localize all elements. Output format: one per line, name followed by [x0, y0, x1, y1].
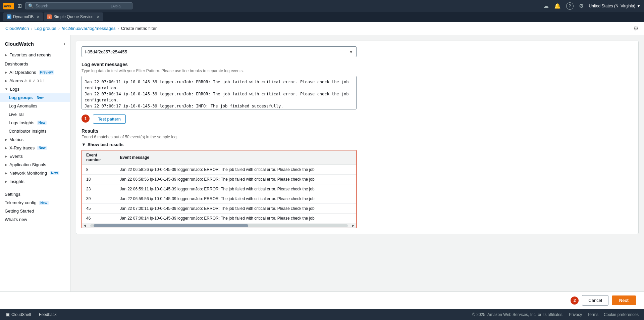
table-row: 39 Jan 22 06:59:56 ip-10-0-145-39 logger…: [82, 194, 356, 204]
chevron-right-icon-insights: ▶: [5, 180, 7, 183]
event-msg-cell: Jan 22 06:58:26 ip-10-0-145-39 logger.ru…: [116, 165, 356, 175]
sidebar-item-logs-insights[interactable]: Logs Insights New: [0, 119, 70, 127]
region-selector[interactable]: United States (N. Virginia) ▼: [589, 4, 641, 8]
sidebar-collapse-button[interactable]: ‹: [64, 41, 65, 47]
terminal-icon: ▣: [5, 312, 10, 317]
table-row: 23 Jan 22 06:59:11 ip-10-0-145-39 logger…: [82, 184, 356, 194]
breadcrumb-logpath[interactable]: /ec2/linux/var/log/messages: [62, 26, 115, 31]
horizontal-scrollbar[interactable]: ◀ ▶: [82, 223, 356, 228]
sidebar-item-favorites[interactable]: ▶ Favorites and recents: [0, 51, 70, 59]
sidebar-item-events[interactable]: ▶ Events: [0, 152, 70, 161]
results-title: Results: [82, 128, 633, 134]
settings-icon[interactable]: ⚙: [579, 3, 584, 9]
cancel-button[interactable]: Cancel: [582, 295, 608, 306]
sidebar-item-logs[interactable]: ▼ Logs: [0, 85, 70, 93]
help-icon[interactable]: ?: [566, 2, 574, 10]
breadcrumb-loggroups[interactable]: Log groups: [35, 26, 56, 31]
chevron-right-icon: ▶: [5, 53, 7, 57]
col-event-number: Event number: [82, 150, 116, 165]
sidebar-item-xray[interactable]: ▶ X-Ray traces New: [0, 144, 70, 152]
bell-icon[interactable]: 🔔: [554, 3, 561, 9]
sidebar-divider: [0, 188, 70, 188]
sidebar-item-log-groups[interactable]: Log groups New: [0, 93, 70, 102]
service-tab-sqs[interactable]: S Simple Queue Service ✕: [44, 12, 103, 21]
results-table-wrapper: Event number Event message 8 Jan 22 06:5…: [82, 150, 357, 228]
event-num-cell: 23: [82, 184, 116, 194]
sidebar-item-live-tail[interactable]: Live Tail: [0, 110, 70, 119]
feedback-button[interactable]: Feedback: [39, 312, 57, 317]
footer-terms[interactable]: Terms: [587, 312, 598, 317]
sidebar-item-telemetry[interactable]: Telemetry config New: [0, 198, 70, 207]
top-nav: aws ⊞ 🔍 [Alt+S] ☁ 🔔 ? ⚙ United States (N…: [0, 0, 644, 12]
chevron-right-icon-events: ▶: [5, 154, 7, 158]
sidebar-item-settings[interactable]: Settings: [0, 190, 70, 198]
sidebar-item-whats-new[interactable]: What's new: [0, 215, 70, 224]
step2-indicator: 2: [571, 296, 579, 305]
content-panel: i-05d4f2c357c254455 ▼ Log event messages…: [76, 41, 639, 234]
sidebar-item-app-signals[interactable]: ▶ Application Signals: [0, 161, 70, 169]
test-pattern-button[interactable]: Test pattern: [93, 115, 126, 124]
chevron-down-icon: ▼: [637, 4, 641, 8]
chevron-down-icon-logs: ▼: [5, 87, 8, 91]
search-input[interactable]: [36, 4, 109, 8]
aws-logo[interactable]: aws: [3, 3, 14, 9]
close-tab-sqs[interactable]: ✕: [97, 15, 100, 19]
event-num-cell: 45: [82, 204, 116, 214]
log-area-wrapper: Jan 22 07:00:11 ip-10-0-145-39 logger.ru…: [82, 76, 357, 110]
event-num-cell: 8: [82, 165, 116, 175]
chevron-right-icon-alarms: ▶: [5, 79, 7, 83]
table-row: 8 Jan 22 06:58:26 ip-10-0-145-39 logger.…: [82, 165, 356, 175]
chevron-right-icon-xray: ▶: [5, 146, 7, 150]
ai-operations-badge: Preview: [39, 70, 54, 75]
log-events-label: Log event messages: [82, 62, 633, 67]
breadcrumb-current: Create metric filter: [121, 26, 157, 31]
sidebar-item-contributor[interactable]: Contributor Insights: [0, 127, 70, 135]
xray-badge: New: [37, 146, 47, 150]
step1-row: 1 Test pattern: [82, 115, 633, 124]
sidebar-item-network-monitoring[interactable]: ▶ Network Monitoring New: [0, 169, 70, 177]
svg-text:aws: aws: [4, 4, 11, 8]
scrollbar-thumb[interactable]: [94, 224, 248, 227]
footer-privacy[interactable]: Privacy: [569, 312, 582, 317]
footer-left: ▣ CloudShell Feedback: [5, 312, 57, 317]
table-row: 46 Jan 22 07:00:14 ip-10-0-145-39 logger…: [82, 214, 356, 223]
sidebar-item-ai-operations[interactable]: ▶ AI Operations Preview: [0, 68, 70, 77]
step1-indicator: 1: [82, 115, 90, 123]
event-num-cell: 46: [82, 214, 116, 223]
scrollbar-track[interactable]: [90, 224, 348, 227]
search-shortcut: [Alt+S]: [111, 4, 122, 8]
scroll-right-icon[interactable]: ▶: [351, 224, 356, 227]
breadcrumb-cloudwatch[interactable]: CloudWatch: [5, 26, 29, 31]
chevron-right-icon-network: ▶: [5, 171, 7, 175]
instance-dropdown[interactable]: i-05d4f2c357c254455: [82, 46, 357, 57]
insuff-icon: ℹ: [40, 79, 42, 83]
log-textarea[interactable]: Jan 22 07:00:11 ip-10-0-145-39 logger.ru…: [82, 76, 357, 109]
event-msg-cell: Jan 22 06:59:56 ip-10-0-145-39 logger.ru…: [116, 194, 356, 204]
service-tab-dynamodb[interactable]: D DynamoDB ✕: [3, 12, 43, 21]
cloudshell-button[interactable]: ▣ CloudShell: [5, 312, 31, 317]
event-msg-cell: Jan 22 06:59:11 ip-10-0-145-39 logger.ru…: [116, 184, 356, 194]
page-settings-icon[interactable]: ⚙: [633, 25, 639, 32]
search-bar[interactable]: 🔍 [Alt+S]: [25, 2, 132, 9]
sidebar-item-log-anomalies[interactable]: Log Anomalies: [0, 102, 70, 110]
scroll-left-icon[interactable]: ◀: [82, 224, 88, 227]
chevron-right-icon-ai: ▶: [5, 71, 7, 74]
show-test-results-toggle[interactable]: ▼ Show test results: [82, 142, 633, 147]
logs-insights-badge: New: [37, 121, 47, 125]
sidebar-item-getting-started[interactable]: Getting Started: [0, 207, 70, 215]
grid-icon[interactable]: ⊞: [17, 3, 22, 9]
sidebar-item-metrics[interactable]: ▶ Metrics: [0, 135, 70, 144]
cloud-icon[interactable]: ☁: [543, 3, 549, 9]
sidebar-item-insights[interactable]: ▶ Insights: [0, 177, 70, 186]
sidebar-item-dashboards[interactable]: Dashboards: [0, 60, 70, 68]
results-sub: Found 6 matches out of 50 event(s) in th…: [82, 135, 633, 139]
sidebar-item-alarms[interactable]: ▶ Alarms ⚠0 ✓0 ℹ1: [0, 77, 70, 85]
next-button[interactable]: Next: [612, 295, 636, 305]
footer: ▣ CloudShell Feedback © 2025, Amazon Web…: [0, 309, 644, 320]
footer-cookies[interactable]: Cookie preferences: [604, 312, 639, 317]
instance-dropdown-wrapper: i-05d4f2c357c254455 ▼: [82, 46, 357, 57]
service-tabs: D DynamoDB ✕ S Simple Queue Service ✕: [0, 12, 644, 22]
close-tab-dynamodb[interactable]: ✕: [37, 15, 40, 19]
event-msg-cell: Jan 22 06:58:56 ip-10-0-145-39 logger.ru…: [116, 175, 356, 184]
footer-right: © 2025, Amazon Web Services, Inc. or its…: [467, 312, 639, 317]
